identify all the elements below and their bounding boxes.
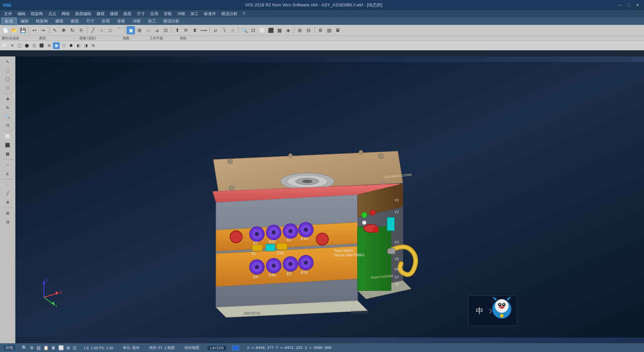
status-icon6[interactable]: ⬜ — [58, 345, 64, 350]
sb-pan[interactable]: ✥ — [2, 95, 13, 103]
view-front-btn[interactable]: ⬜ — [258, 26, 266, 34]
tab-build[interactable]: 建模 — [52, 17, 67, 25]
boolean-inter[interactable]: ∩ — [229, 26, 237, 34]
menu-surface[interactable]: 曲面 — [121, 10, 134, 17]
tab-wireframe[interactable]: 线架构 — [32, 17, 52, 25]
extend-btn[interactable]: ⊞ — [136, 26, 144, 34]
rotate-btn[interactable]: ↻ — [68, 26, 76, 34]
restore-button[interactable]: □ — [625, 1, 633, 9]
sb-pointer[interactable]: ↖ — [2, 58, 13, 66]
status-icon4[interactable]: 📋 — [43, 345, 49, 350]
menu-edit[interactable]: 编辑 — [15, 10, 28, 17]
menu-flow[interactable]: 模流分析 — [219, 10, 240, 17]
attr-btn2[interactable]: ✕ — [9, 42, 15, 49]
undo-btn[interactable]: ↩ — [31, 26, 39, 34]
status-icon7[interactable]: ⊞ — [66, 345, 70, 350]
tab-stamp[interactable]: 冲模 — [129, 17, 144, 25]
sb-line[interactable]: ╱ — [2, 189, 13, 197]
menu-build1[interactable]: 建模 — [94, 10, 107, 17]
attr-btn13[interactable]: ⧉ — [90, 42, 97, 49]
menu-surface-edit[interactable]: 曲面编辑 — [72, 10, 94, 17]
viewport[interactable]: E2 E2X E1 E1X S1 S1X — [15, 56, 644, 343]
offset-btn[interactable]: ⊡ — [162, 26, 170, 34]
sb-wireframe[interactable]: ⬜ — [2, 132, 13, 140]
line-btn[interactable]: ╱ — [89, 26, 97, 34]
status-icon1[interactable]: 🔍 — [22, 345, 27, 350]
menu-help[interactable]: ? — [240, 11, 248, 17]
sb-extra1[interactable]: ⊞ — [2, 209, 13, 217]
view-top-btn[interactable]: ⬛ — [267, 26, 275, 34]
sweep-btn[interactable]: ⟿ — [200, 26, 208, 34]
system-btn2[interactable]: ▤ — [325, 26, 333, 34]
circle-btn[interactable]: ○ — [98, 26, 106, 34]
move-btn[interactable]: ✥ — [60, 26, 68, 34]
system-btn3[interactable]: 🖩 — [334, 26, 342, 34]
sb-rotate3d[interactable]: ↻ — [2, 104, 13, 112]
status-color-swatch[interactable] — [232, 346, 239, 350]
menu-deform[interactable]: 变模 — [161, 10, 174, 17]
workplane-btn2[interactable]: ⊟ — [305, 26, 313, 34]
new-btn[interactable]: 📄 — [1, 26, 9, 34]
menu-standard[interactable]: 标准件 — [201, 10, 219, 17]
tab-deform[interactable]: 变模 — [113, 17, 129, 25]
sb-snap[interactable]: ⊕ — [2, 198, 13, 206]
attr-btn12[interactable]: ◨ — [83, 42, 89, 49]
attr-btn9[interactable]: ⬡ — [60, 42, 67, 49]
sb-zoom[interactable]: 🔍 — [2, 113, 13, 121]
menu-stamp[interactable]: 冲模 — [174, 10, 188, 17]
status-icon2[interactable]: ⚙ — [30, 345, 34, 350]
view-side-btn[interactable]: ▩ — [275, 26, 283, 34]
attr-btn11[interactable]: ◧ — [75, 42, 82, 49]
zoom-in-btn[interactable]: 🔍 — [240, 26, 249, 34]
redo-btn[interactable]: ↪ — [39, 26, 47, 34]
tab-apply[interactable]: 应用 — [98, 17, 113, 25]
menu-dimension[interactable]: 尺寸 — [134, 10, 148, 17]
chamfer-btn[interactable]: ⊿ — [153, 26, 161, 34]
rect-btn[interactable]: □ — [106, 26, 114, 34]
copy-btn[interactable]: ⎘ — [77, 26, 85, 34]
save-btn[interactable]: 💾 — [19, 26, 27, 34]
extrude-btn[interactable]: ⬆ — [173, 26, 181, 34]
fillet-btn[interactable]: ⌓ — [144, 26, 152, 34]
menu-build2[interactable]: 建模 — [107, 10, 121, 17]
attr-btn5[interactable]: ◫ — [31, 42, 38, 49]
attr-btn4[interactable]: ⬤ — [23, 42, 30, 49]
menu-machine[interactable]: 加工 — [188, 10, 201, 17]
tab-edit[interactable]: 编辑 — [17, 17, 32, 25]
tab-flow[interactable]: 模流分析 — [160, 17, 183, 25]
sb-extra2[interactable]: ⊟ — [2, 218, 13, 226]
view-iso-btn[interactable]: ◈ — [284, 26, 292, 34]
sb-shaded-edge[interactable]: ▩ — [2, 150, 13, 158]
revolve-btn[interactable]: ⟳ — [182, 26, 190, 34]
loft-btn[interactable]: ⧗ — [191, 26, 199, 34]
sb-measure-angle[interactable]: ∠ — [2, 170, 13, 178]
open-btn[interactable]: 📂 — [10, 26, 18, 34]
menu-apply[interactable]: 应用 — [148, 10, 161, 17]
trim-btn[interactable]: ▣ — [127, 26, 135, 34]
workplane-btn1[interactable]: ⊞ — [296, 26, 304, 34]
attr-btn1[interactable]: ⬜ — [1, 42, 8, 49]
minimize-button[interactable]: ─ — [616, 1, 624, 9]
status-mode[interactable]: 控笔 — [3, 344, 16, 351]
arc-btn[interactable]: ⌒ — [115, 26, 123, 34]
sb-zoom-window[interactable]: ⊡ — [2, 121, 13, 129]
tab-dimension[interactable]: 尺寸 — [83, 17, 98, 25]
tab-machine[interactable]: 加工 — [144, 17, 160, 25]
inner-restore-button[interactable]: □ — [635, 10, 643, 17]
close-button[interactable]: ✕ — [634, 1, 641, 9]
attr-btn10[interactable]: ⬢ — [68, 42, 74, 49]
menu-file[interactable]: 文件 — [1, 10, 15, 17]
boolean-union[interactable]: ∪ — [211, 26, 219, 34]
sb-point[interactable]: · — [2, 181, 13, 189]
sb-measure-dist[interactable]: ↔ — [2, 161, 13, 169]
tab-standard[interactable]: 标准 — [1, 17, 17, 25]
select-btn[interactable]: ↖ — [51, 26, 59, 34]
sb-select-box[interactable]: ⬚ — [2, 67, 13, 75]
zoom-fit-btn[interactable]: ⊡ — [249, 26, 257, 34]
attr-btn7[interactable]: ⊟ — [46, 42, 52, 49]
status-icon8[interactable]: ⊡ — [73, 345, 76, 350]
sb-select-circle[interactable]: ◯ — [2, 75, 13, 83]
menu-pointcloud[interactable]: 点云 — [46, 10, 59, 17]
menu-wireframe[interactable]: 线架构 — [28, 10, 46, 17]
sb-select-poly[interactable]: ⬡ — [2, 84, 13, 92]
